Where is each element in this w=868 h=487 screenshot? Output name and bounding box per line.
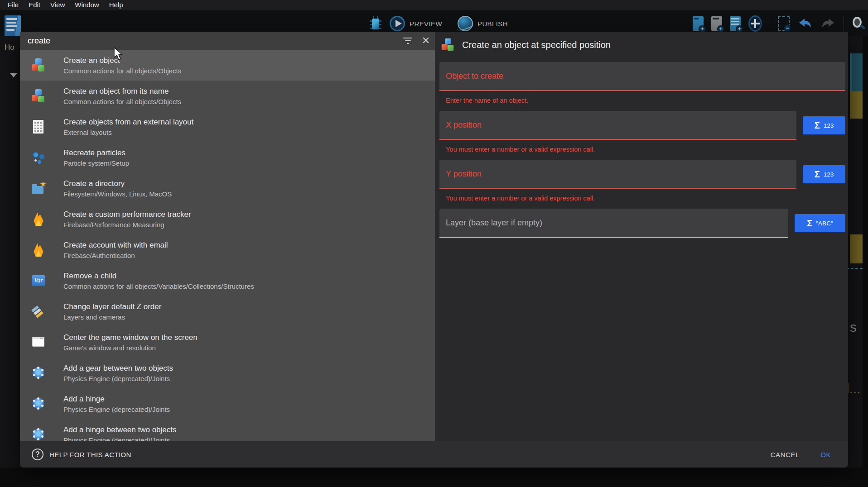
- list-item-title: Add a hinge: [63, 395, 170, 404]
- project-manager-icon[interactable]: [5, 15, 21, 36]
- list-item[interactable]: Add a hingePhysics Engine (deprecated)/J…: [20, 388, 435, 419]
- objects-cubes-icon: [32, 58, 45, 72]
- search-icon[interactable]: [852, 17, 865, 30]
- list-item-subtitle: Physics Engine (deprecated)/Joints: [63, 436, 177, 442]
- list-item-subtitle: Physics Engine (deprecated)/Joints: [63, 375, 173, 382]
- undo-icon[interactable]: [797, 17, 813, 30]
- expression-editor-button[interactable]: Σ 123: [803, 116, 845, 134]
- close-icon: ✕: [422, 36, 430, 45]
- dashed-layout-icon[interactable]: −: [778, 16, 790, 31]
- objects-cubes-icon: [32, 89, 45, 103]
- menu-file[interactable]: File: [3, 0, 24, 10]
- list-item[interactable]: Add a gear between two objectsPhysics En…: [20, 358, 435, 388]
- y-position-row: Σ 123: [439, 160, 845, 189]
- list-item-subtitle: Game's window and resolution: [63, 344, 198, 352]
- variable-var-icon: Var: [32, 274, 45, 287]
- expression-button-label: 123: [824, 171, 834, 178]
- help-icon: ?: [32, 449, 43, 460]
- list-item-title: Change layer default Z order: [63, 302, 161, 311]
- toolbar-separator: [770, 16, 770, 31]
- publish-button[interactable]: PUBLISH: [477, 20, 508, 28]
- menu-edit[interactable]: Edit: [24, 0, 45, 10]
- field-error-text: You must enter a number or a valid expre…: [446, 146, 845, 154]
- list-item-title: Create an object from its name: [63, 87, 181, 96]
- publish-globe-icon[interactable]: [458, 16, 473, 31]
- preview-button[interactable]: PREVIEW: [410, 20, 442, 28]
- add-external-layout-icon[interactable]: +: [730, 16, 741, 31]
- menu-window[interactable]: Window: [70, 0, 104, 10]
- action-list: Create an objectCommon actions for all o…: [20, 50, 435, 441]
- field-error-text: Enter the name of an object.: [446, 97, 845, 105]
- preview-play-icon[interactable]: [390, 16, 405, 31]
- object-to-create-row: [439, 62, 845, 91]
- list-item[interactable]: Create an object from its nameCommon act…: [20, 81, 435, 111]
- close-button[interactable]: ✕: [417, 32, 435, 50]
- list-item-title: Center the game window on the screen: [63, 333, 198, 342]
- dialog-footer: ? HELP FOR THIS ACTION CANCEL OK: [20, 441, 848, 468]
- list-item-subtitle: Particle system/Setup: [63, 159, 129, 167]
- expression-button-label: 123: [824, 122, 834, 129]
- menu-help[interactable]: Help: [104, 0, 128, 10]
- objects-cubes-icon: [442, 38, 455, 52]
- chevron-down-icon[interactable]: [10, 73, 17, 77]
- help-button-label: HELP FOR THIS ACTION: [49, 451, 131, 458]
- particles-icon: [32, 151, 45, 164]
- list-item[interactable]: Create an objectCommon actions for all o…: [20, 50, 435, 81]
- mouse-cursor: [113, 47, 124, 61]
- external-layout-document-icon: [32, 120, 45, 134]
- list-item-subtitle: External layouts: [63, 129, 193, 136]
- list-item-subtitle: Common actions for all objects/Objects: [63, 67, 181, 75]
- background-bottom-strip: [0, 468, 868, 487]
- add-extension-icon[interactable]: [748, 15, 762, 32]
- list-item[interactable]: Create objects from an external layoutEx…: [20, 111, 435, 142]
- expression-editor-button[interactable]: Σ 123: [803, 165, 845, 183]
- ok-button[interactable]: OK: [820, 451, 831, 458]
- menu-bar: File Edit View Window Help: [0, 0, 868, 10]
- list-item-subtitle: Common actions for all objects/Variables…: [63, 282, 254, 290]
- list-item-title: Create a custom performance tracker: [63, 210, 191, 219]
- filter-icon: [403, 38, 412, 44]
- layer-field[interactable]: [439, 218, 788, 228]
- list-item[interactable]: ★ Create a directoryFilesystem/Windows, …: [20, 173, 435, 204]
- sigma-icon: Σ: [815, 170, 820, 179]
- scene-fragment-olive-bottom: [850, 234, 863, 263]
- list-item-title: Add a gear between two objects: [63, 364, 173, 373]
- menu-view[interactable]: View: [45, 0, 70, 10]
- help-button[interactable]: ? HELP FOR THIS ACTION: [32, 449, 131, 460]
- background-right-edge: [863, 36, 868, 468]
- list-item-title: Create account with with email: [63, 241, 168, 250]
- search-bar: ✕: [20, 32, 435, 50]
- game-window-icon: [32, 335, 45, 349]
- action-list-panel: ✕ Create an objectCommon actions for all…: [20, 32, 435, 441]
- cancel-button[interactable]: CANCEL: [771, 451, 800, 458]
- search-input[interactable]: [20, 36, 399, 46]
- filter-button[interactable]: [399, 32, 417, 50]
- x-position-row: Σ 123: [439, 111, 845, 140]
- add-scene-icon[interactable]: +: [693, 16, 704, 31]
- x-position-field[interactable]: [439, 120, 796, 130]
- layers-icon: [32, 305, 45, 318]
- list-item-title: Recreate particles: [63, 148, 129, 158]
- string-expression-editor-button[interactable]: Σ "ABC": [795, 214, 845, 232]
- debug-icon[interactable]: [369, 16, 382, 31]
- y-position-field[interactable]: [439, 169, 796, 179]
- object-to-create-field[interactable]: [439, 72, 845, 81]
- action-parameters-panel: Create an object at specified position E…: [435, 32, 848, 441]
- list-item-subtitle: Firebase/Authentication: [63, 252, 168, 259]
- list-item[interactable]: Recreate particlesParticle system/Setup: [20, 142, 435, 173]
- redo-icon[interactable]: [820, 17, 836, 30]
- scene-fragment-teal: [850, 53, 863, 91]
- list-item[interactable]: Create account with with emailFirebase/A…: [20, 234, 435, 265]
- list-item[interactable]: Create a custom performance trackerFireb…: [20, 204, 435, 234]
- list-item-title: Add a hinge between two objects: [63, 425, 177, 434]
- list-item[interactable]: Add a hinge between two objectsPhysics E…: [20, 419, 435, 441]
- expression-button-label: "ABC": [816, 220, 833, 227]
- action-title: Create an object at specified position: [462, 40, 611, 50]
- list-item[interactable]: Var Remove a childCommon actions for all…: [20, 265, 435, 296]
- list-item-subtitle: Firebase/Performance Measuring: [63, 221, 191, 229]
- add-external-events-icon[interactable]: +: [711, 16, 722, 31]
- app-window: File Edit View Window Help PREVIEW PUBLI…: [0, 0, 868, 487]
- list-item[interactable]: Change layer default Z orderLayers and c…: [20, 296, 435, 327]
- list-item-title: Remove a child: [63, 272, 254, 281]
- list-item[interactable]: Center the game window on the screenGame…: [20, 327, 435, 358]
